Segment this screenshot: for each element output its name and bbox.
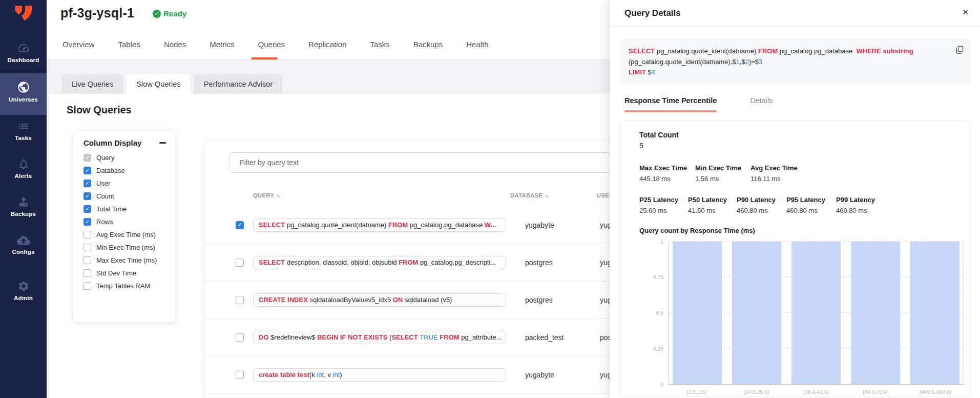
globe-icon <box>17 73 30 94</box>
stat-label: Total Count <box>639 131 964 139</box>
sidebar-item-configs[interactable]: Configs <box>0 235 47 263</box>
column-option-database[interactable]: Database <box>73 164 175 177</box>
column-option-min-exec-time[interactable]: Min Exec Time (ms) <box>73 241 175 254</box>
column-option-count[interactable]: Count <box>73 190 175 203</box>
chart-x-tick-label: [409.6,460.8) <box>911 389 960 395</box>
query-text-cell[interactable]: DO $redefineview$ BEGIN IF NOT EXISTS (S… <box>253 331 506 344</box>
tab-metrics[interactable]: Metrics <box>210 40 234 49</box>
tab-tasks[interactable]: Tasks <box>370 40 389 49</box>
column-header-query[interactable]: QUERY▾▴ <box>253 192 280 198</box>
list-icon <box>17 120 30 129</box>
status-text: Ready <box>163 9 186 18</box>
bell-icon <box>17 158 30 167</box>
checkbox[interactable] <box>84 192 91 200</box>
p90-latency-stat: P90 Latency 460.80 ms <box>737 196 786 214</box>
checkbox[interactable] <box>84 256 91 264</box>
min-exec-time-stat: Min Exec Time 1.56 ms <box>695 164 750 183</box>
sql-line: SELECT pg_catalog.quote_ident(datname) F… <box>629 46 945 57</box>
row-checkbox[interactable] <box>236 371 244 379</box>
p99-latency-stat: P99 Latency 460.80 ms <box>836 196 875 214</box>
query-text-cell[interactable]: create table test(k int, v int) <box>253 368 506 382</box>
sort-arrows-icon[interactable]: ▾▴ <box>545 193 548 198</box>
sidebar-item-label: Configs <box>0 249 47 255</box>
column-option-max-exec-time[interactable]: Max Exec Time (ms) <box>73 254 175 267</box>
row-checkbox[interactable] <box>236 258 244 267</box>
sql-line: (pg_catalog.quote_ident(datname),$1,$2)=… <box>629 57 945 68</box>
tab-health[interactable]: Health <box>466 40 488 49</box>
sidebar-item-dashboard[interactable]: Dashboard <box>0 39 47 67</box>
cloud-upload-icon <box>17 235 30 244</box>
sidebar-item-label: Alerts <box>0 173 47 179</box>
page-title: pf-3g-ysql-1 <box>60 6 134 21</box>
column-header-database[interactable]: DATABASE▾▴ <box>510 192 549 198</box>
chart-x-tick-label: [38.4,41.6) <box>791 389 841 395</box>
chart-x-tick-label: [1.5,1.6) <box>672 389 721 395</box>
column-option-total-time[interactable]: Total Time <box>73 203 175 215</box>
collapse-minus-icon[interactable] <box>159 142 166 144</box>
checkbox[interactable] <box>84 180 91 187</box>
sidebar-item-backups[interactable]: Backups <box>0 196 47 224</box>
active-tab-indicator <box>252 57 277 59</box>
close-icon[interactable]: ✕ <box>962 8 969 17</box>
chart-y-axis: 00.250.50.751 <box>639 242 669 385</box>
row-checkbox[interactable] <box>236 333 244 342</box>
check-circle-icon: ✓ <box>153 10 161 18</box>
tab-backups[interactable]: Backups <box>413 40 443 49</box>
sidebar: Dashboard Universes Tasks Alerts Backups <box>0 0 47 398</box>
checkbox[interactable] <box>84 282 91 290</box>
tab-overview[interactable]: Overview <box>62 40 95 49</box>
column-option-temp-tables-ram[interactable]: Temp Tables RAM <box>73 280 175 292</box>
chart-x-tick-label: [24.0,25.6) <box>732 389 781 395</box>
chart-bar <box>732 242 781 384</box>
query-text-cell[interactable]: SELECT pg_catalog.quote_ident(datname) F… <box>253 218 506 232</box>
checkbox[interactable] <box>84 244 91 251</box>
copy-icon[interactable] <box>955 45 965 56</box>
checkbox[interactable] <box>84 167 91 174</box>
tab-queries[interactable]: Queries <box>258 40 285 49</box>
column-option-query[interactable]: Query <box>73 151 175 164</box>
column-display-title: Column Display <box>84 138 141 147</box>
sidebar-item-tasks[interactable]: Tasks <box>0 120 47 148</box>
query-details-header: Query Details ✕ <box>610 0 980 27</box>
sidebar-item-alerts[interactable]: Alerts <box>0 158 47 186</box>
avg-exec-time-stat: Avg Exec Time 116.11 ms <box>750 164 798 183</box>
sidebar-item-admin[interactable]: Admin <box>0 280 47 308</box>
row-checkbox[interactable] <box>236 221 244 229</box>
query-sql-block: SELECT pg_catalog.quote_ident(datname) F… <box>619 39 971 85</box>
yugabyte-logo-icon[interactable] <box>0 4 47 27</box>
sidebar-item-label: Universes <box>0 96 47 103</box>
chart-bar <box>851 242 900 384</box>
column-option-user[interactable]: User <box>73 177 175 190</box>
checkbox[interactable] <box>84 218 91 226</box>
chart-x-axis: [1.5,1.6)[24.0,25.6)[38.4,41.6)[64.0,70.… <box>669 385 964 395</box>
subtab-slow-queries[interactable]: Slow Queries <box>127 74 190 94</box>
column-option-avg-exec-time[interactable]: Avg Exec Time (ms) <box>73 228 175 241</box>
tab-replication[interactable]: Replication <box>308 40 346 49</box>
checkbox[interactable] <box>84 205 91 213</box>
sidebar-item-label: Admin <box>0 295 47 301</box>
column-option-rows[interactable]: Rows <box>73 215 175 228</box>
sidebar-item-universes[interactable]: Universes <box>0 73 47 115</box>
total-count-stat: Total Count 5 <box>639 131 964 150</box>
database-cell: yugabyte <box>525 221 554 229</box>
p25-latency-stat: P25 Latency 25.60 ms <box>639 196 688 214</box>
subtab-live-queries[interactable]: Live Queries <box>62 74 123 94</box>
subtab-performance-advisor[interactable]: Performance Advisor <box>194 74 283 94</box>
chart-plot-area <box>669 242 964 385</box>
p95-latency-stat: P95 Latency 460.80 ms <box>786 196 836 214</box>
tab-nodes[interactable]: Nodes <box>164 40 186 49</box>
checkbox[interactable] <box>84 231 91 238</box>
tab-response-time-percentile[interactable]: Response Time Percentile <box>624 96 717 112</box>
row-checkbox[interactable] <box>236 296 244 304</box>
query-filter-input[interactable] <box>229 152 611 173</box>
latency-stats: P25 Latency 25.60 ms P50 Latency 41.60 m… <box>639 196 964 214</box>
column-option-std-dev-time[interactable]: Std Dev Time <box>73 267 175 280</box>
query-text-cell[interactable]: SELECT description, classoid, objoid, ob… <box>253 256 506 269</box>
tab-tables[interactable]: Tables <box>118 40 140 49</box>
checkbox[interactable] <box>84 154 91 162</box>
query-text-cell[interactable]: CREATE INDEX sqldataloadByValuev5_idx5 O… <box>253 293 506 307</box>
checkbox[interactable] <box>84 269 91 277</box>
sort-arrows-icon[interactable]: ▾▴ <box>276 193 280 198</box>
tab-details[interactable]: Details <box>750 96 773 112</box>
gauge-icon <box>17 42 30 51</box>
